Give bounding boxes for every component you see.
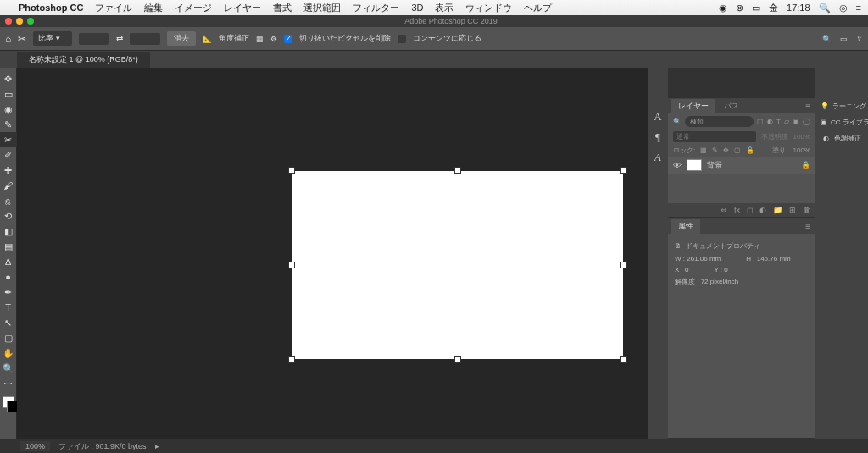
group-icon[interactable]: 📁 [773,206,782,214]
straighten-icon[interactable]: 📐 [203,35,212,43]
filter-search-icon[interactable]: 🔍 [673,118,682,125]
path-select-tool[interactable]: ↖ [0,315,17,330]
swap-dimensions-button[interactable]: ⇄ [116,34,123,43]
fill-value[interactable]: 100% [793,146,810,154]
filter-shape-icon[interactable]: ▱ [784,118,789,125]
zoom-level[interactable]: 100% [20,441,50,451]
more-tools-icon[interactable]: ⋯ [0,376,17,391]
menu-select[interactable]: 選択範囲 [303,2,341,14]
crop-tool-indicator[interactable]: ✂ [18,33,26,45]
menu-file[interactable]: ファイル [95,2,132,14]
overlay-icon[interactable]: ▦ [256,35,264,43]
filter-adjust-icon[interactable]: ◐ [767,118,773,125]
panel-menu-icon[interactable]: ≡ [805,102,815,111]
search-icon[interactable]: 🔍 [819,3,831,14]
layer-filter-input[interactable]: 種類 [685,116,754,127]
crop-handle-ml[interactable] [288,262,295,268]
filter-smart-icon[interactable]: ▣ [793,118,799,125]
marquee-tool[interactable]: ▭ [0,86,17,102]
learning-tab[interactable]: 💡ラーニング [815,98,868,114]
view-grid-icon[interactable]: ▭ [840,35,848,43]
wifi-icon[interactable]: ⊗ [736,3,743,14]
adjustments-tab[interactable]: ◐色調補正 [815,130,868,146]
crop-height-input[interactable] [130,33,160,45]
menu-edit[interactable]: 編集 [144,2,163,14]
clock-time[interactable]: 17:18 [787,3,810,13]
document-canvas[interactable] [292,171,623,359]
crop-handle-bm[interactable] [454,356,461,363]
filter-pixel-icon[interactable]: ▢ [757,118,764,125]
gradient-tool[interactable]: ▤ [0,239,17,254]
menu-filter[interactable]: フィルター [353,2,399,14]
hand-tool[interactable]: ✋ [0,345,17,361]
blend-mode-select[interactable]: 通常 [673,131,756,142]
crop-handle-br[interactable] [620,356,627,363]
document-tab[interactable]: 名称未設定 1 @ 100% (RGB/8*) [17,52,150,68]
crop-ratio-select[interactable]: 比率 ▾ [33,31,72,46]
file-size-info[interactable]: ファイル : 901.9K/0 bytes [58,441,147,452]
delete-layer-icon[interactable]: 🗑 [803,206,810,214]
props-menu-icon[interactable]: ≡ [805,222,815,231]
lock-artboard-icon[interactable]: ▢ [734,146,741,154]
new-layer-icon[interactable]: ⊞ [789,206,796,214]
visibility-icon[interactable]: 👁 [673,161,682,170]
move-tool[interactable]: ✥ [0,71,17,86]
crop-handle-mr[interactable] [620,262,627,268]
glyphs-panel-icon[interactable]: A [654,151,661,164]
close-window-button[interactable] [5,18,12,25]
menu-help[interactable]: ヘルプ [524,2,552,14]
layer-style-icon[interactable]: fx [734,206,740,214]
menu-layer[interactable]: レイヤー [224,2,261,14]
zoom-tool[interactable]: 🔍 [0,361,17,376]
filter-toggle-icon[interactable]: ◯ [803,118,810,125]
app-name[interactable]: Photoshop CC [19,3,83,13]
character-panel-icon[interactable]: A [654,110,661,124]
layer-mask-icon[interactable]: ◻ [747,206,753,214]
gear-icon[interactable]: ⚙ [270,35,277,43]
eyedropper-tool[interactable]: ✐ [0,147,17,163]
paragraph-panel-icon[interactable]: ¶ [655,130,660,144]
link-layers-icon[interactable]: ⇔ [721,206,727,214]
crop-handle-tl[interactable] [288,167,295,174]
cclibrary-tab[interactable]: ▣CC ライブラリ [815,114,868,130]
lock-all-icon[interactable]: 🔒 [746,146,754,154]
foreground-color-swatch[interactable] [3,396,14,408]
crop-handle-tm[interactable] [454,167,461,174]
zoom-window-button[interactable] [27,18,34,25]
lasso-tool[interactable]: ◉ [0,102,17,117]
menu-list-icon[interactable]: ≡ [856,3,861,13]
opacity-value[interactable]: 100% [793,133,810,141]
canvas-area[interactable] [17,68,648,439]
brush-tool[interactable]: 🖌 [0,178,17,193]
crop-width-input[interactable] [79,33,109,45]
delete-cropped-checkbox[interactable]: ✓ [284,35,292,43]
clone-tool[interactable]: ⎌ [0,193,17,208]
type-tool[interactable]: T [0,300,17,315]
siri-icon[interactable]: ◎ [839,3,848,14]
filter-type-icon[interactable]: T [776,118,781,125]
crop-handle-tr[interactable] [620,167,627,174]
content-aware-checkbox[interactable]: ✓ [398,35,406,43]
layers-tab[interactable]: レイヤー [671,99,715,113]
lock-position-icon[interactable]: ✥ [723,146,729,154]
search-option-icon[interactable]: 🔍 [822,35,832,43]
blur-tool[interactable]: ∆ [0,254,17,269]
paths-tab[interactable]: パス [717,99,746,113]
battery-icon[interactable]: ▭ [752,3,760,14]
pen-tool[interactable]: ✒ [0,285,17,300]
locked-icon[interactable]: 🔒 [801,161,810,169]
history-brush-tool[interactable]: ⟲ [0,208,17,224]
layer-thumbnail[interactable] [687,159,702,171]
shape-tool[interactable]: ▢ [0,330,17,345]
dodge-tool[interactable]: ● [0,269,17,285]
home-button[interactable]: ⌂ [5,33,11,45]
layer-row-background[interactable]: 👁 背景 🔒 [668,157,815,174]
menu-3d[interactable]: 3D [411,3,423,13]
menu-type[interactable]: 書式 [273,2,292,14]
adjustment-layer-icon[interactable]: ◐ [760,206,766,214]
lock-pixels-icon[interactable]: ▦ [700,146,707,154]
quick-select-tool[interactable]: ✎ [0,117,17,132]
cc-status-icon[interactable]: ◉ [719,3,727,14]
lock-brush-icon[interactable]: ✎ [712,146,718,154]
clear-button[interactable]: 消去 [167,31,196,46]
